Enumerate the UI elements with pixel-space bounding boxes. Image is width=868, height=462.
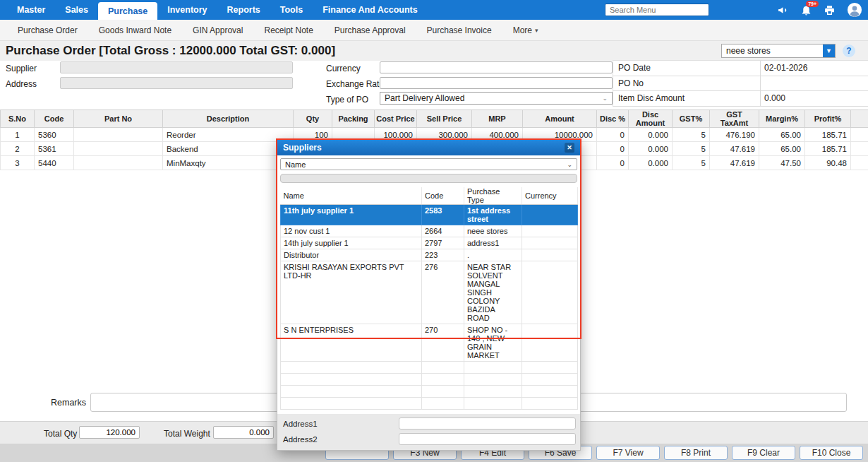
nav-reports[interactable]: Reports xyxy=(217,0,270,20)
supplier-search-input[interactable] xyxy=(280,174,577,183)
po-no-row: PO No xyxy=(613,76,868,92)
subnav-receipt-note[interactable]: Receipt Note xyxy=(253,25,323,35)
f7-view-button[interactable]: F7 View xyxy=(596,446,660,460)
po-meta-grid: PO Date 02-01-2026 PO No Item Disc Amoun… xyxy=(613,60,868,107)
nav-tools[interactable]: Tools xyxy=(270,0,313,20)
supplier-label: Supplier xyxy=(6,64,37,73)
col-description: Description xyxy=(163,110,294,128)
user-avatar[interactable] xyxy=(847,2,862,18)
po-no-label: PO No xyxy=(613,78,760,88)
chevron-down-icon: ▾ xyxy=(535,27,538,34)
subnav-gin-approval[interactable]: GIN Approval xyxy=(182,25,253,35)
page-header: Purchase Order [Total Gross : 12000.000 … xyxy=(0,41,868,61)
address2-label: Address2 xyxy=(282,435,399,444)
subnav-purchase-order[interactable]: Purchase Order xyxy=(7,25,88,35)
subnav-purchase-approval[interactable]: Purchase Approval xyxy=(324,25,416,35)
type-of-po-label: Type of PO xyxy=(326,95,368,105)
top-navbar: Master Sales Purchase Inventory Reports … xyxy=(0,0,868,20)
po-no-value[interactable] xyxy=(760,76,868,91)
supplier-row-empty xyxy=(281,362,578,374)
subnav-purchase-invoice[interactable]: Purchase Invoice xyxy=(416,25,502,35)
search-input[interactable] xyxy=(605,4,709,16)
supplier-filter-select[interactable]: Name ⌄ xyxy=(280,158,577,170)
close-icon[interactable]: ✕ xyxy=(565,143,574,153)
suppliers-header-row: Name Code Purchase Type Currency xyxy=(281,187,578,205)
chevron-down-icon: ⌄ xyxy=(602,95,608,102)
total-weight-label: Total Weight xyxy=(164,429,210,439)
purchase-order-screen: Master Sales Purchase Inventory Reports … xyxy=(0,0,868,462)
col-disc-pct: Disc % xyxy=(597,110,629,128)
col-code: Code xyxy=(35,110,74,128)
col-amount: Amount xyxy=(523,110,597,128)
supplier-row[interactable]: 12 nov cust 12664 neee stores xyxy=(281,225,578,237)
supplier-row[interactable]: Distributor223 . xyxy=(281,249,578,261)
page-title: Purchase Order [Total Gross : 12000.000 … xyxy=(6,44,335,58)
address-field[interactable] xyxy=(60,77,293,89)
suppliers-modal-body: Name ⌄ Name Code Purchase Type Currency … xyxy=(277,155,580,450)
suppliers-modal: Suppliers ✕ Name ⌄ Name Code Purchase Ty… xyxy=(277,139,581,451)
notifications-bell-icon[interactable]: 79+ xyxy=(800,4,812,16)
currency-field[interactable] xyxy=(380,61,613,73)
type-of-po-select[interactable]: Part Delivery Allowed ⌄ xyxy=(380,92,613,105)
item-disc-amount-value[interactable]: 0.000 xyxy=(760,91,868,106)
remarks-label: Remarks xyxy=(42,398,86,408)
help-icon[interactable]: ? xyxy=(843,45,855,57)
col-gst-pct: GST% xyxy=(673,110,710,128)
chevron-down-icon[interactable]: ▼ xyxy=(823,45,835,57)
items-header-row: S.No Code Part No Description Qty Packin… xyxy=(1,110,868,128)
store-selector[interactable]: neee stores ▼ xyxy=(721,44,836,58)
col-currency: Currency xyxy=(522,187,578,205)
po-date-row: PO Date 02-01-2026 xyxy=(613,61,868,76)
subnav-goods-inward-note[interactable]: Goods Inward Note xyxy=(88,25,182,35)
f9-clear-button[interactable]: F9 Clear xyxy=(732,446,795,460)
address-label: Address xyxy=(6,79,37,89)
item-disc-amount-row: Item Disc Amount 0.000 xyxy=(613,91,868,107)
col-cost-price: Cost Price xyxy=(375,110,417,128)
col-sell-price: Sell Price xyxy=(417,110,472,128)
f8-print-button[interactable]: F8 Print xyxy=(664,446,728,460)
nav-finance-and-accounts[interactable]: Finance And Accounts xyxy=(313,0,428,20)
subnav-more[interactable]: More ▾ xyxy=(502,25,549,35)
col-packing: Packing xyxy=(332,110,375,128)
supplier-row[interactable]: 14th july supplier 12797 address1 xyxy=(281,237,578,249)
nav-purchase[interactable]: Purchase xyxy=(98,2,157,20)
item-disc-amount-label: Item Disc Amount xyxy=(613,93,760,103)
nav-sales[interactable]: Sales xyxy=(55,0,98,20)
supplier-field[interactable] xyxy=(60,61,293,73)
supplier-row[interactable]: KRISHI RASAYAN EXPORTS PVT LTD-HR276 NEA… xyxy=(281,261,578,324)
col-gst-taxamt: GST TaxAmt xyxy=(710,110,759,128)
currency-label: Currency xyxy=(326,64,361,73)
total-weight-field[interactable] xyxy=(213,426,274,439)
col-extra xyxy=(851,110,868,128)
print-icon[interactable] xyxy=(824,4,836,16)
suppliers-modal-title: Suppliers xyxy=(283,143,322,153)
address1-label: Address1 xyxy=(282,420,399,428)
supplier-row-selected[interactable]: 11th july supplier 12583 1st address str… xyxy=(281,205,578,225)
supplier-row-empty xyxy=(281,386,578,398)
col-profit-pct: Profit% xyxy=(805,110,851,128)
supplier-row-empty xyxy=(281,398,578,410)
po-date-value[interactable]: 02-01-2026 xyxy=(760,61,868,76)
supplier-row[interactable]: S N ENTERPRISES270 SHOP NO - 140 , NEW G… xyxy=(281,324,578,362)
supplier-filter-value: Name xyxy=(285,160,306,169)
subnav-more-label: More xyxy=(513,25,532,35)
exchange-rate-field[interactable] xyxy=(380,77,613,89)
announcement-icon[interactable] xyxy=(777,4,789,16)
address2-field[interactable] xyxy=(399,433,576,445)
suppliers-table: Name Code Purchase Type Currency 11th ju… xyxy=(280,187,578,410)
col-purchase-type: Purchase Type xyxy=(464,187,522,205)
store-selector-value: neee stores xyxy=(722,46,823,56)
total-qty-field[interactable] xyxy=(79,426,140,439)
supplier-row-empty xyxy=(281,374,578,386)
exchange-rate-label: Exchange Rate xyxy=(326,79,384,89)
col-supplier-code: Code xyxy=(422,187,464,205)
nav-master[interactable]: Master xyxy=(7,0,55,20)
col-sno: S.No xyxy=(1,110,35,128)
nav-inventory[interactable]: Inventory xyxy=(157,0,217,20)
total-qty-label: Total Qty xyxy=(44,429,77,439)
address1-field[interactable] xyxy=(399,417,576,430)
notification-badge: 79+ xyxy=(806,1,819,7)
f10-close-button[interactable]: F10 Close xyxy=(800,446,863,460)
supplier-address-panel: Address1 Address2 xyxy=(277,414,580,450)
purchase-subnav: Purchase Order Goods Inward Note GIN App… xyxy=(0,20,868,41)
